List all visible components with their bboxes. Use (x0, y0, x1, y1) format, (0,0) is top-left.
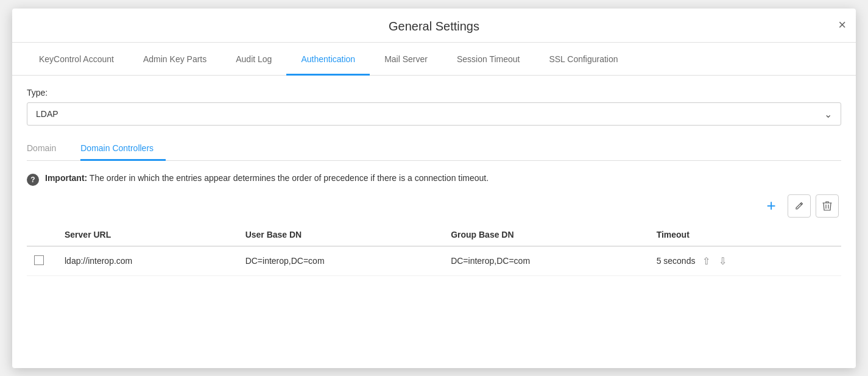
tab-session-timeout[interactable]: Session Timeout (442, 43, 535, 76)
content-area: Type: LDAP ⌄ Domain Domain Controllers ?… (12, 76, 856, 288)
modal-title: General Settings (389, 20, 479, 34)
info-bold: Important: (45, 173, 87, 183)
info-bar: ? Important: The order in which the entr… (27, 173, 841, 186)
tab-authentication[interactable]: Authentication (286, 43, 370, 76)
sub-tabs: Domain Domain Controllers (27, 137, 841, 161)
tab-mail-server[interactable]: Mail Server (370, 43, 442, 76)
info-text: Important: The order in which the entrie… (45, 173, 489, 183)
table-row: ldap://interop.com DC=interop,DC=com DC=… (27, 246, 841, 276)
row-checkbox-cell (27, 246, 57, 276)
type-select[interactable]: LDAP ⌄ (27, 102, 841, 126)
edit-button[interactable] (788, 194, 811, 218)
row-order-actions: ⇧ ⇩ (700, 254, 729, 268)
edit-icon (794, 201, 804, 211)
trash-icon (822, 200, 832, 211)
tab-ssl-configuration[interactable]: SSL Configuration (534, 43, 632, 76)
col-user-base-dn: User Base DN (238, 224, 444, 246)
sub-tab-domain[interactable]: Domain (27, 137, 68, 161)
tab-admin-key-parts[interactable]: Admin Key Parts (129, 43, 221, 76)
action-toolbar: + (27, 194, 841, 218)
modal-header: General Settings × (12, 9, 856, 43)
row-group-base-dn: DC=interop,DC=com (443, 246, 649, 276)
type-label: Type: (27, 88, 841, 98)
close-button[interactable]: × (838, 18, 846, 32)
move-down-button[interactable]: ⇩ (716, 254, 729, 268)
col-server-url: Server URL (57, 224, 238, 246)
row-server-url: ldap://interop.com (57, 246, 238, 276)
table-header-row: Server URL User Base DN Group Base DN Ti… (27, 224, 841, 246)
col-timeout: Timeout (649, 224, 841, 246)
row-checkbox[interactable] (34, 255, 44, 265)
info-icon: ? (27, 174, 39, 186)
add-button[interactable]: + (760, 194, 783, 218)
controllers-table: Server URL User Base DN Group Base DN Ti… (27, 224, 841, 276)
delete-button[interactable] (816, 194, 839, 218)
general-settings-modal: General Settings × KeyControl Account Ad… (12, 9, 856, 368)
tab-audit-log[interactable]: Audit Log (221, 43, 286, 76)
sub-tab-domain-controllers[interactable]: Domain Controllers (80, 137, 166, 161)
main-tabs: KeyControl Account Admin Key Parts Audit… (12, 43, 856, 76)
col-group-base-dn: Group Base DN (443, 224, 649, 246)
row-timeout: 5 seconds (657, 256, 696, 266)
info-normal: The order in which the entries appear de… (87, 173, 489, 183)
tab-keycontrol-account[interactable]: KeyControl Account (24, 43, 129, 76)
row-timeout-cell: 5 seconds ⇧ ⇩ (649, 246, 841, 276)
move-up-button[interactable]: ⇧ (700, 254, 713, 268)
col-checkbox (27, 224, 57, 246)
type-select-value[interactable]: LDAP (27, 103, 841, 125)
row-user-base-dn: DC=interop,DC=com (238, 246, 444, 276)
